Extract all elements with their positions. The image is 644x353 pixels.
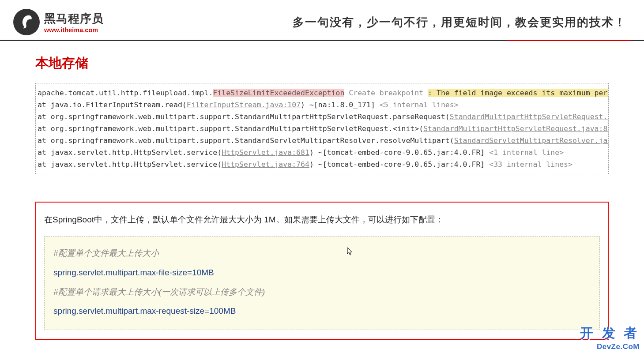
st-l2b: FilterInputStream.java:107	[187, 101, 301, 109]
page-header: 黑马程序员 www.itheima.com 多一句没有，少一句不行，用更短时间，…	[0, 0, 644, 41]
cfg-comment-1: #配置单个文件最大上传大小	[53, 244, 591, 263]
st-l7b: HttpServlet.java:764	[222, 160, 309, 169]
st-l5b: StandardServletMultipartResolver.java:12…	[454, 136, 609, 145]
st-l6b: HttpServlet.java:681	[222, 148, 309, 157]
brand-name: 黑马程序员	[44, 11, 104, 26]
st-l6c: ) ~[tomcat-embed-core-9.0.65.jar:4.0.FR]	[309, 148, 489, 157]
st-l6a: at javax.servlet.http.HttpServlet.servic…	[38, 148, 222, 157]
cfg-line-1: spring.servlet.multipart.max-file-size=1…	[53, 263, 591, 282]
page-title: 本地存储	[35, 54, 609, 72]
st-exception: FileSizeLimitExceededException	[213, 89, 344, 97]
cfg-val-2: 100MB	[209, 306, 236, 315]
st-l2d: <5 internal lines>	[380, 101, 459, 109]
horse-logo-icon	[13, 9, 40, 35]
slogan: 多一句没有，少一句不行，用更短时间，教会更实用的技术！	[293, 15, 631, 30]
st-l7d: <33 internal lines>	[489, 160, 572, 169]
brand-footer-line1: 开 发 者	[580, 324, 640, 342]
cfg-line-2: spring.servlet.multipart.max-request-siz…	[53, 301, 591, 321]
logo-area: 黑马程序员 www.itheima.com	[13, 9, 104, 35]
brand-footer-line2: DevZe.CoM	[580, 342, 640, 351]
st-l5a: at org.springframework.web.multipart.sup…	[38, 136, 454, 145]
cfg-val-1: 10MB	[192, 268, 214, 277]
st-l3b: StandardMultipartHttpServletRequest.java…	[450, 113, 609, 121]
cfg-comment-2: #配置单个请求最大上传大小(一次请求可以上传多个文件)	[53, 282, 591, 302]
content-area: 本地存储 apache.tomcat.util.http.fileupload.…	[0, 41, 644, 340]
note-intro: 在SpringBoot中，文件上传，默认单个文件允许最大大小为 1M。如果需要上…	[44, 213, 600, 226]
st-l1a: apache.tomcat.util.http.fileupload.impl.	[38, 89, 213, 97]
st-l7a: at javax.servlet.http.HttpServlet.servic…	[38, 160, 222, 169]
brand-footer: 开 发 者 DevZe.CoM	[580, 324, 640, 351]
brand-url: www.itheima.com	[44, 26, 104, 34]
cfg-key-1: spring.servlet.multipart.max-file-size	[53, 268, 187, 277]
st-l6d: <1 internal line>	[489, 148, 564, 157]
st-l3a: at org.springframework.web.multipart.sup…	[38, 113, 450, 121]
cfg-eq-1: =	[187, 268, 192, 277]
cursor-icon	[347, 247, 353, 258]
st-l7c: ) ~[tomcat-embed-core-9.0.65.jar:4.0.FR]	[309, 160, 489, 169]
st-l4a: at org.springframework.web.multipart.sup…	[38, 124, 423, 133]
st-msg: : The field image exceeds its maximum pe…	[428, 89, 609, 97]
stacktrace-box: apache.tomcat.util.http.fileupload.impl.…	[35, 83, 609, 174]
config-box: #配置单个文件最大上传大小 spring.servlet.multipart.m…	[44, 236, 600, 330]
logo-text: 黑马程序员 www.itheima.com	[44, 11, 104, 34]
st-l2c: ) ~[na:1.8.0_171]	[301, 101, 380, 109]
st-l2a: at java.io.FilterInputStream.read(	[38, 101, 187, 109]
cfg-eq-2: =	[204, 306, 209, 315]
st-l4b: StandardMultipartHttpServletRequest.java…	[423, 124, 609, 133]
note-box: 在SpringBoot中，文件上传，默认单个文件允许最大大小为 1M。如果需要上…	[35, 202, 609, 340]
st-breakpoint: Create breakpoint	[344, 89, 428, 97]
cfg-key-2: spring.servlet.multipart.max-request-siz…	[53, 306, 204, 315]
